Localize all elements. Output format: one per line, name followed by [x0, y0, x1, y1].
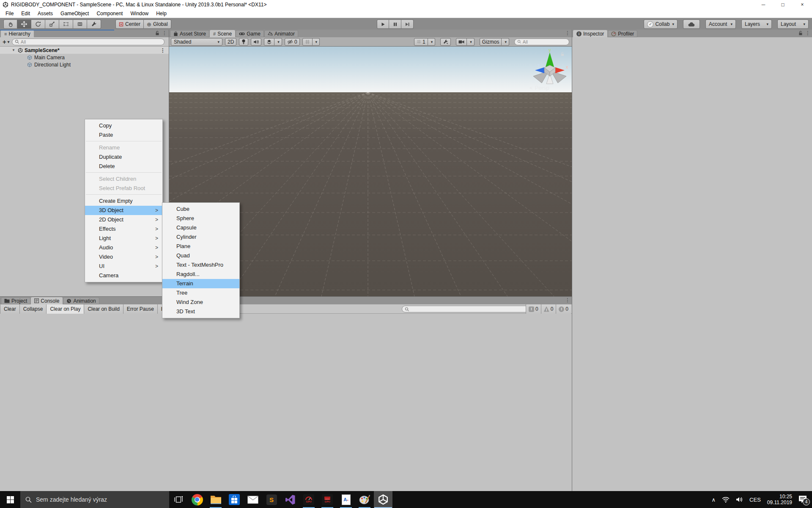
- step-button[interactable]: [401, 19, 414, 29]
- custom-tool-button[interactable]: [87, 19, 101, 29]
- hierarchy-item-directional-light[interactable]: Directional Light: [0, 61, 169, 68]
- scene-effects-toggle[interactable]: [264, 38, 274, 46]
- menu-item-3d-object[interactable]: 3D Object >: [85, 206, 162, 215]
- console-menu-icon[interactable]: ⋮: [565, 298, 570, 303]
- submenu-item-text-textmeshpro[interactable]: Text - TextMeshPro: [162, 260, 239, 270]
- transform-tool-button[interactable]: [73, 19, 87, 29]
- collab-button[interactable]: ✓ Collab ▾: [644, 19, 678, 29]
- taskbar-app-microsoft-store[interactable]: [225, 491, 244, 508]
- grid-dropdown[interactable]: ▾: [313, 38, 320, 46]
- menu-assets[interactable]: Assets: [34, 9, 57, 18]
- hidden-objects-toggle[interactable]: 0: [285, 38, 300, 46]
- shading-mode-dropdown[interactable]: Shaded ▾: [171, 38, 222, 46]
- scene-camera-button[interactable]: [456, 38, 467, 46]
- gizmos-dropdown-arrow[interactable]: ▾: [502, 38, 509, 46]
- grid-opacity-button[interactable]: 1: [414, 38, 428, 46]
- hierarchy-item-main-camera[interactable]: Main Camera: [0, 54, 169, 61]
- console-search-input[interactable]: [410, 306, 526, 312]
- scene-menu-icon[interactable]: ⋮: [160, 48, 165, 53]
- scene-search[interactable]: [514, 39, 569, 45]
- menu-window[interactable]: Window: [126, 9, 152, 18]
- cloud-button[interactable]: [683, 19, 700, 29]
- scene-audio-toggle[interactable]: [251, 38, 261, 46]
- scale-tool-button[interactable]: [45, 19, 59, 29]
- menu-item-effects[interactable]: Effects >: [85, 224, 162, 234]
- taskbar-search[interactable]: Sem zadejte hledaný výraz: [20, 491, 169, 508]
- task-view-button[interactable]: [169, 491, 188, 508]
- console-clear-button[interactable]: Clear: [0, 304, 20, 314]
- submenu-item-quad[interactable]: Quad: [162, 251, 239, 260]
- tab-project[interactable]: Project: [1, 297, 30, 304]
- scene-lighting-toggle[interactable]: [239, 38, 248, 46]
- taskbar-app-chrome[interactable]: [188, 491, 206, 508]
- lock-icon[interactable]: [798, 30, 803, 36]
- inspector-menu-icon[interactable]: ⋮: [805, 30, 810, 36]
- gizmos-dropdown-label[interactable]: Gizmos: [480, 38, 502, 46]
- menu-file[interactable]: File: [2, 9, 17, 18]
- start-button[interactable]: [0, 491, 20, 508]
- menu-item-create-empty[interactable]: Create Empty: [85, 196, 162, 206]
- tab-hierarchy[interactable]: ≡ Hierarchy: [1, 30, 34, 37]
- tab-scene[interactable]: # Scene: [210, 30, 235, 37]
- console-clear-on-build-button[interactable]: Clear on Build: [84, 304, 123, 314]
- info-count-toggle[interactable]: ! 0: [526, 304, 541, 314]
- warning-count-toggle[interactable]: ! 0: [541, 304, 556, 314]
- tab-profiler[interactable]: Profiler: [608, 30, 637, 37]
- hand-tool-button[interactable]: [3, 19, 17, 29]
- menu-item-copy[interactable]: Copy: [85, 121, 162, 130]
- hierarchy-search[interactable]: [12, 39, 165, 45]
- taskbar-clock[interactable]: 10:25 09.11.2019: [767, 494, 792, 505]
- submenu-item-cylinder[interactable]: Cylinder: [162, 232, 239, 242]
- menu-item-2d-object[interactable]: 2D Object >: [85, 215, 162, 224]
- account-dropdown[interactable]: Account ▾: [705, 19, 736, 29]
- maximize-button[interactable]: □: [773, 0, 793, 9]
- menu-item-light[interactable]: Light >: [85, 234, 162, 243]
- tab-asset-store[interactable]: Asset Store: [170, 30, 209, 37]
- layers-dropdown[interactable]: Layers ▾: [741, 19, 772, 29]
- menu-gameobject[interactable]: GameObject: [57, 9, 93, 18]
- menu-item-audio[interactable]: Audio >: [85, 243, 162, 252]
- rect-tool-button[interactable]: [59, 19, 73, 29]
- submenu-item-plane[interactable]: Plane: [162, 242, 239, 251]
- menu-item-delete[interactable]: Delete: [85, 162, 162, 171]
- grid-visibility-toggle[interactable]: [302, 38, 313, 46]
- rotate-tool-button[interactable]: [31, 19, 45, 29]
- taskbar-app-gpu-tweak[interactable]: GPU: [299, 491, 318, 508]
- menu-item-camera[interactable]: Camera: [85, 271, 162, 280]
- tab-console[interactable]: Console: [31, 297, 63, 304]
- console-clear-on-play-button[interactable]: Clear on Play: [47, 304, 84, 314]
- submenu-item-capsule[interactable]: Capsule: [162, 223, 239, 232]
- scene-tools-button[interactable]: [440, 38, 451, 46]
- tray-chevron-icon[interactable]: ∧: [712, 497, 716, 503]
- projection-label[interactable]: < Persp: [529, 85, 549, 91]
- tab-animator[interactable]: Animator: [264, 30, 298, 37]
- tab-game[interactable]: Game: [236, 30, 264, 37]
- taskbar-app-paint[interactable]: [355, 491, 374, 508]
- minimize-button[interactable]: ─: [754, 0, 773, 9]
- menu-component[interactable]: Component: [93, 9, 126, 18]
- taskbar-app-unity[interactable]: [374, 491, 392, 508]
- taskbar-app-gpu-tweak-2[interactable]: GPU: [318, 491, 337, 508]
- taskbar-app-mail[interactable]: [244, 491, 262, 508]
- language-indicator[interactable]: CES: [749, 497, 761, 503]
- grid-opacity-dropdown[interactable]: ▾: [428, 38, 436, 46]
- hierarchy-search-input[interactable]: [21, 39, 162, 44]
- scene-search-input[interactable]: [523, 39, 566, 44]
- space-toggle-button[interactable]: ⊕ Global: [144, 19, 171, 29]
- pivot-toggle-button[interactable]: Center: [115, 19, 144, 29]
- taskbar-app-visual-studio[interactable]: [281, 491, 299, 508]
- wifi-icon[interactable]: [722, 497, 730, 502]
- menu-item-video[interactable]: Video >: [85, 252, 162, 262]
- submenu-item-wind-zone[interactable]: Wind Zone: [162, 298, 239, 307]
- taskbar-app-wordpad[interactable]: A-: [337, 491, 355, 508]
- tab-animation[interactable]: Animation: [63, 297, 99, 304]
- error-count-toggle[interactable]: ! 0: [556, 304, 571, 314]
- scene-camera-dropdown[interactable]: ▾: [467, 38, 475, 46]
- submenu-item-cube[interactable]: Cube: [162, 204, 239, 214]
- orientation-gizmo[interactable]: y z x: [527, 48, 572, 91]
- 2d-toggle-button[interactable]: 2D: [225, 38, 236, 46]
- scene-effects-dropdown[interactable]: ▾: [274, 38, 282, 46]
- volume-icon[interactable]: [736, 497, 743, 502]
- taskbar-app-sublime-text[interactable]: S: [262, 491, 281, 508]
- menu-item-duplicate[interactable]: Duplicate: [85, 152, 162, 162]
